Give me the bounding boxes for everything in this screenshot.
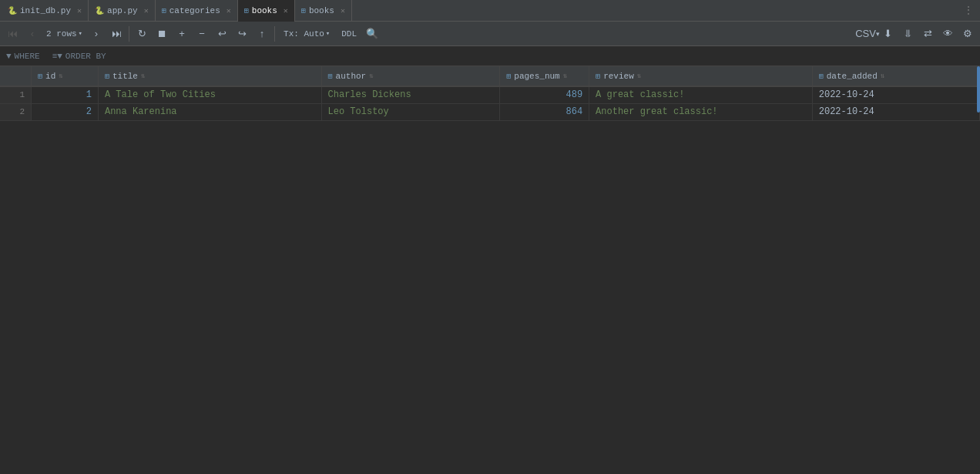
close-icon[interactable]: ✕ [227, 6, 231, 15]
col-header-pages[interactable]: ⊞ pages_num ⇅ [500, 66, 589, 86]
transpose-button[interactable]: ⇄ [918, 25, 937, 43]
tab-app-py[interactable]: 🐍 app.py ✕ [89, 0, 156, 22]
csv-label: CSV [855, 28, 876, 39]
next-page-button[interactable]: › [87, 25, 106, 43]
redo-button[interactable]: ↪ [233, 25, 251, 43]
cell-review[interactable]: Another great classic! [589, 103, 813, 120]
more-tabs-button[interactable]: ⋮ [957, 4, 980, 17]
tab-label: init_db.py [20, 6, 71, 15]
table-body: 1 1 A Tale of Two Cities Charles Dickens… [0, 86, 980, 120]
close-icon[interactable]: ✕ [341, 6, 345, 15]
undo-button[interactable]: ↩ [213, 25, 231, 43]
sort-icon: ⇅ [369, 72, 373, 80]
filter-columns-button[interactable]: ⥥ [898, 25, 917, 43]
py-icon: 🐍 [8, 6, 17, 15]
view-button[interactable]: 👁 [938, 25, 957, 43]
chevron-down-icon: ▾ [79, 29, 82, 38]
col-header-id[interactable]: ⊞ id ⇅ [32, 66, 99, 86]
table-row[interactable]: 2 2 Anna Karenina Leo Tolstoy 864 Anothe… [0, 103, 980, 120]
order-by-section[interactable]: ≡▼ ORDER BY [52, 52, 106, 61]
tab-label: categories [169, 6, 220, 15]
table-icon: ⊞ [162, 6, 166, 15]
table-icon: ⊞ [301, 6, 306, 15]
cell-author[interactable]: Leo Tolstoy [321, 103, 500, 120]
col-header-rownum [0, 66, 32, 86]
export-button[interactable]: ⬇ [878, 25, 897, 43]
chevron-down-icon: ▾ [326, 29, 330, 38]
where-section[interactable]: ▼ WHERE [6, 52, 40, 61]
data-table: ⊞ id ⇅ ⊞ title ⇅ ⊞ author [0, 66, 980, 121]
sort-icon: ⇅ [637, 72, 641, 80]
tab-books-active[interactable]: ⊞ books ✕ [238, 0, 295, 22]
stop-button[interactable]: ⏹ [153, 25, 171, 43]
col-date-label: date_added [827, 72, 878, 81]
cell-title[interactable]: A Tale of Two Cities [98, 86, 321, 103]
col-header-title[interactable]: ⊞ title ⇅ [98, 66, 321, 86]
tab-books-2[interactable]: ⊞ books ✕ [295, 0, 352, 22]
table-icon: ⊞ [506, 72, 511, 81]
scroll-indicator [977, 66, 980, 113]
order-by-label: ORDER BY [65, 52, 106, 61]
cell-pages[interactable]: 864 [500, 103, 589, 120]
col-id-label: id [45, 72, 55, 81]
commit-button[interactable]: ↑ [253, 25, 271, 43]
sort-icon: ⇅ [59, 72, 62, 80]
close-icon[interactable]: ✕ [144, 6, 149, 15]
csv-dropdown[interactable]: CSV ▾ [858, 25, 877, 43]
refresh-button[interactable]: ↻ [133, 25, 151, 43]
add-row-button[interactable]: + [173, 25, 191, 43]
table-row[interactable]: 1 1 A Tale of Two Cities Charles Dickens… [0, 86, 980, 103]
close-icon[interactable]: ✕ [284, 6, 288, 15]
table-icon: ⊞ [244, 6, 249, 15]
py-icon: 🐍 [95, 6, 104, 15]
table-icon: ⊞ [596, 72, 600, 81]
last-page-button[interactable]: ⏭ [107, 25, 126, 43]
sort-icon: ⇅ [881, 72, 884, 80]
sort-icon: ⇅ [141, 72, 145, 80]
filter-icon: ▼ [6, 52, 12, 61]
filter-bar: ▼ WHERE ≡▼ ORDER BY [0, 46, 980, 66]
row-num: 2 [0, 103, 32, 120]
table-icon: ⊞ [819, 72, 824, 81]
row-num: 1 [0, 86, 32, 103]
col-author-label: author [336, 72, 367, 81]
rows-indicator: 2 rows ▾ [43, 29, 86, 39]
cell-title[interactable]: Anna Karenina [98, 103, 321, 120]
table-header-row: ⊞ id ⇅ ⊞ title ⇅ ⊞ author [0, 66, 980, 86]
cell-review[interactable]: A great classic! [589, 86, 813, 103]
cell-author[interactable]: Charles Dickens [321, 86, 500, 103]
close-icon[interactable]: ✕ [77, 6, 82, 15]
col-header-author[interactable]: ⊞ author ⇅ [321, 66, 500, 86]
tx-label: Tx: Auto [284, 29, 324, 39]
col-pages-label: pages_num [514, 72, 559, 81]
cell-date[interactable]: 2022-10-24 [812, 103, 979, 120]
first-page-button[interactable]: ⏮ [3, 25, 22, 43]
col-header-review[interactable]: ⊞ review ⇅ [589, 66, 813, 86]
search-button[interactable]: 🔍 [363, 25, 381, 43]
cell-id[interactable]: 2 [32, 103, 99, 120]
table-icon: ⊞ [105, 72, 109, 81]
separator-2 [274, 26, 275, 42]
cell-pages[interactable]: 489 [500, 86, 589, 103]
delete-row-button[interactable]: − [193, 25, 211, 43]
tab-label: books [309, 6, 334, 15]
tx-dropdown[interactable]: Tx: Auto ▾ [278, 27, 335, 41]
tab-label: app.py [107, 6, 138, 15]
cell-id[interactable]: 1 [32, 86, 99, 103]
settings-button[interactable]: ⚙ [958, 25, 977, 43]
ddl-button[interactable]: DDL [337, 28, 361, 40]
separator-1 [129, 26, 129, 42]
col-header-date[interactable]: ⊞ date_added ⇅ [812, 66, 979, 86]
tab-bar: 🐍 init_db.py ✕ 🐍 app.py ✕ ⊞ categories ✕… [0, 0, 980, 22]
tab-categories[interactable]: ⊞ categories ✕ [156, 0, 238, 22]
where-label: WHERE [15, 52, 40, 61]
col-title-label: title [112, 72, 138, 81]
prev-page-button[interactable]: ‹ [23, 25, 42, 43]
rows-count: 2 rows [46, 29, 77, 39]
tab-label: books [252, 6, 277, 15]
table-icon: ⊞ [328, 72, 333, 81]
tab-init-db[interactable]: 🐍 init_db.py ✕ [2, 0, 89, 22]
table-container: ⊞ id ⇅ ⊞ title ⇅ ⊞ author [0, 66, 980, 474]
cell-date[interactable]: 2022-10-24 [812, 86, 979, 103]
col-review-label: review [603, 72, 634, 81]
